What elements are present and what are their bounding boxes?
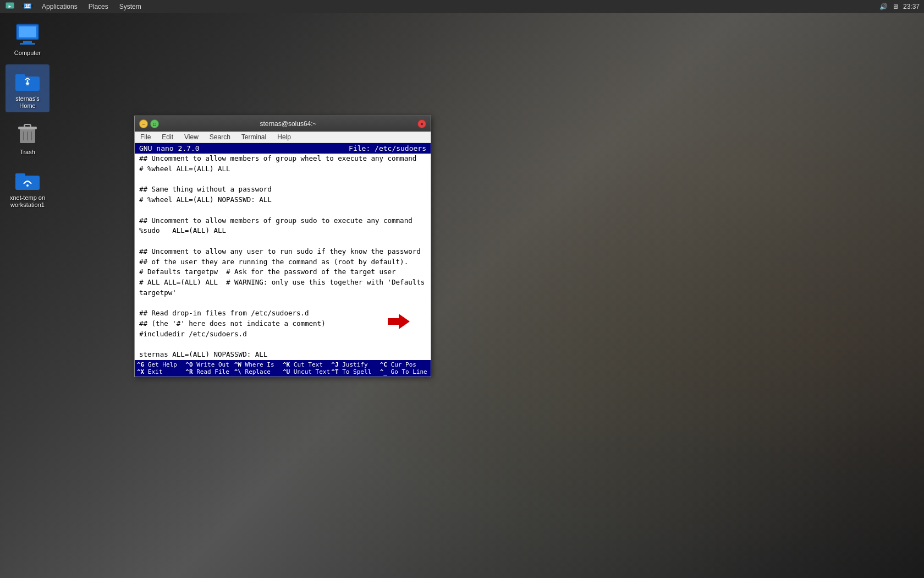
title-bar-buttons: − □ [139, 119, 159, 128]
panel-menu-system[interactable]: System [117, 2, 144, 12]
footer-cmd-justify: ^J Justify [331, 361, 380, 368]
nano-version: GNU nano 2.7.0 [139, 144, 200, 152]
terminal-menu-bar: File Edit View Search Terminal Help [135, 132, 431, 143]
editor-content[interactable]: ## Uncomment to allow members of group w… [135, 154, 431, 360]
menu-search[interactable]: Search [206, 133, 234, 141]
menu-file[interactable]: File [137, 133, 154, 141]
panel-menu-places[interactable]: Places [86, 2, 111, 12]
desktop: ▶ KiCad Applications Places System 🔊 🖥 2… [0, 0, 924, 578]
footer-cmd-gethelp: ^G Get Help [137, 361, 185, 368]
computer-icon-label: Computer [14, 50, 41, 57]
footer-cmd-gotoline: ^_ Go To Line [380, 368, 428, 375]
volume-icon: 🔊 [879, 3, 888, 10]
panel-left: ▶ KiCad Applications Places System [4, 1, 144, 12]
monitor-icon: 🖥 [892, 3, 899, 10]
panel-menu-applications[interactable]: Applications [40, 2, 80, 12]
menu-terminal[interactable]: Terminal [238, 133, 270, 141]
red-arrow-annotation [388, 314, 410, 332]
close-button-area: ✕ [417, 119, 426, 128]
footer-cmd-tospell: ^T To Spell [331, 368, 380, 375]
svg-rect-8 [20, 43, 35, 45]
desktop-icon-home[interactable]: sternas's Home [6, 64, 50, 112]
terminal-title: sternas@solus64:~ [159, 120, 417, 128]
svg-rect-20 [15, 173, 25, 177]
desktop-icon-computer[interactable]: Computer [6, 19, 50, 59]
panel-app-icon-2: KiCad [22, 1, 33, 12]
xnet-icon-label: xnet-temp on workstation1 [8, 194, 47, 209]
desktop-icon-xnet[interactable]: xnet-temp on workstation1 [6, 163, 50, 211]
home-icon-label: sternas's Home [8, 95, 47, 110]
svg-point-21 [26, 184, 29, 187]
desktop-icon-trash[interactable]: Trash [6, 118, 50, 158]
svg-marker-22 [388, 314, 410, 329]
svg-rect-19 [15, 176, 40, 190]
svg-rect-15 [24, 124, 31, 127]
footer-cmd-readfile: ^R Read File [185, 368, 234, 375]
close-button[interactable]: ✕ [417, 119, 426, 128]
panel-right: 🔊 🖥 23:37 [879, 3, 920, 10]
footer-cmd-writeout: ^O Write Out [185, 361, 234, 368]
desktop-icons: Computer sternas's Home [6, 19, 50, 211]
minimize-button[interactable]: − [139, 119, 148, 128]
title-bar[interactable]: − □ sternas@solus64:~ ✕ [135, 116, 431, 132]
svg-point-12 [27, 80, 29, 82]
svg-rect-11 [26, 83, 29, 85]
panel-app-icon-1: ▶ [4, 1, 15, 12]
terminal-window: − □ sternas@solus64:~ ✕ File Edit View S… [134, 116, 431, 377]
nano-footer-row-2: ^X Exit ^R Read File ^\ Replace ^U Uncut… [137, 368, 428, 375]
computer-icon-image [14, 21, 41, 47]
svg-rect-6 [19, 26, 36, 37]
footer-cmd-exit: ^X Exit [137, 368, 185, 375]
nano-footer-row-1: ^G Get Help ^O Write Out ^W Where Is ^K … [137, 361, 428, 368]
xnet-icon-image [14, 166, 41, 192]
footer-cmd-cuttext: ^K Cut Text [283, 361, 331, 368]
top-panel: ▶ KiCad Applications Places System 🔊 🖥 2… [0, 0, 924, 13]
menu-view[interactable]: View [181, 133, 202, 141]
footer-cmd-curpos: ^C Cur Pos [380, 361, 428, 368]
svg-text:▶: ▶ [9, 4, 12, 9]
svg-rect-7 [23, 41, 32, 43]
editor-text: ## Uncomment to allow members of group w… [139, 154, 426, 360]
home-icon-image [14, 67, 41, 93]
menu-edit[interactable]: Edit [158, 133, 177, 141]
nano-filename: File: /etc/sudoers [349, 144, 426, 152]
menu-help[interactable]: Help [274, 133, 294, 141]
system-time: 23:37 [903, 3, 920, 10]
footer-cmd-uncuttext: ^U Uncut Text [283, 368, 331, 375]
svg-text:KiCad: KiCad [23, 4, 32, 8]
footer-cmd-whereis: ^W Where Is [234, 361, 283, 368]
trash-icon-image [14, 120, 41, 146]
nano-footer: ^G Get Help ^O Write Out ^W Where Is ^K … [135, 360, 431, 377]
trash-icon-label: Trash [20, 149, 35, 156]
maximize-button[interactable]: □ [150, 119, 159, 128]
svg-rect-10 [15, 74, 25, 78]
nano-header: GNU nano 2.7.0 File: /etc/sudoers [135, 143, 431, 154]
footer-cmd-replace: ^\ Replace [234, 368, 283, 375]
